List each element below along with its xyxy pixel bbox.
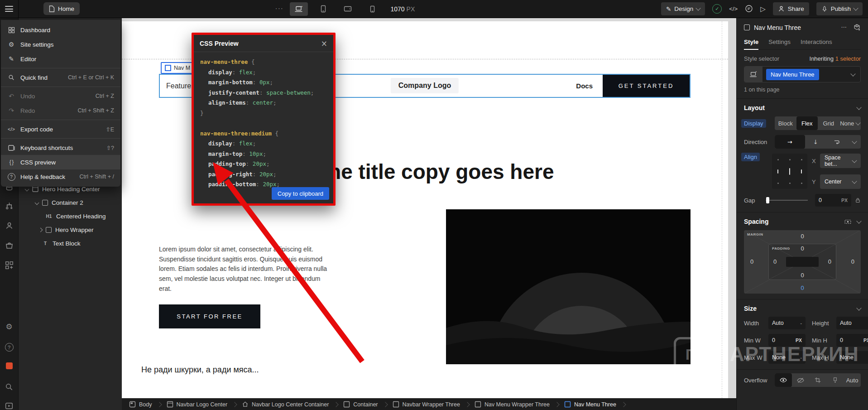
settings-gear-icon[interactable]: ⚙ — [0, 322, 18, 331]
tree-item-container-2[interactable]: Container 2 — [18, 196, 122, 209]
breadcrumb-item-nav-menu-wrapper-three[interactable]: Nav Menu Wrapper Three — [473, 401, 551, 408]
menu-item-quick-find[interactable]: Quick find Ctrl + E or Ctrl + K — [1, 70, 120, 85]
copy-to-clipboard-button[interactable]: Copy to clipboard — [272, 187, 329, 200]
direction-wrap-icon[interactable] — [826, 135, 848, 149]
menu-item-editor[interactable]: ✎ Editor — [1, 52, 120, 66]
margin-bottom-value[interactable]: 0 — [744, 285, 861, 291]
slider-handle[interactable] — [766, 197, 769, 203]
menu-item-undo[interactable]: ↶ Undo Ctrl + Z — [1, 89, 120, 103]
tab-style[interactable]: Style — [744, 39, 758, 45]
breadcrumb-item-body[interactable]: Body — [127, 401, 154, 408]
footnote-text[interactable]: Не ради шкурки, а ради мяса... — [141, 365, 259, 375]
share-button[interactable]: Share — [773, 2, 809, 15]
max-w-input[interactable]: None- — [768, 351, 806, 364]
display-label[interactable]: Display — [741, 119, 766, 128]
tree-item-text-block[interactable]: T Text Block — [18, 236, 122, 250]
breadcrumb-item-navbar-logo-center[interactable]: Navbar Logo Center — [165, 401, 230, 408]
comments-icon[interactable] — [745, 5, 753, 13]
more-breakpoints-icon[interactable]: ··· — [275, 5, 283, 12]
video-tutorials-icon[interactable] — [0, 402, 18, 410]
padding-top-value[interactable]: 0 — [769, 245, 836, 252]
nav-link-features[interactable]: Features — [166, 75, 195, 97]
breadcrumb-item-nav-menu-three[interactable]: Nav Menu Three — [562, 401, 618, 408]
canvas-width-readout[interactable]: 1070PX — [390, 5, 415, 13]
close-icon[interactable]: × — [321, 39, 327, 48]
menu-item-keyboard-shortcuts[interactable]: Keyboard shortcuts ⇧? — [1, 140, 120, 155]
overflow-auto-option[interactable]: Auto — [844, 373, 861, 387]
main-menu-icon[interactable] — [5, 6, 13, 12]
breakpoint-desktop-button[interactable]: * — [290, 2, 308, 16]
design-mode-dropdown[interactable]: ✎ Design — [661, 2, 705, 15]
breakpoint-mobile-button[interactable] — [363, 2, 381, 16]
style-selector-field[interactable]: * Nav Menu Three — [744, 66, 861, 82]
more-options-icon[interactable]: ··· — [841, 24, 847, 31]
display-option-none[interactable]: None — [839, 116, 861, 130]
company-logo[interactable]: Company Logo — [391, 78, 459, 93]
width-input[interactable]: Auto- — [768, 317, 806, 329]
display-option-fl ex[interactable]: Flex — [796, 116, 818, 130]
breadcrumb-item-navbar-wrapper-three[interactable]: Navbar Wrapper Three — [391, 401, 462, 408]
page-tab-home[interactable]: Home — [43, 2, 80, 15]
padding-left-value[interactable]: 0 — [773, 258, 777, 265]
overflow-clip-crop-icon[interactable] — [809, 373, 826, 387]
hero-paragraph[interactable]: Lorem ipsum dolor sit amet, consectetur … — [159, 245, 327, 294]
display-option-block[interactable]: Block — [775, 116, 796, 130]
margin-top-value[interactable]: 0 — [744, 233, 861, 240]
tab-settings[interactable]: Settings — [768, 39, 791, 45]
height-input[interactable]: Auto- — [836, 317, 868, 329]
justify-dropdown[interactable]: Space bet... — [820, 154, 861, 168]
spacing-mode-icon[interactable] — [844, 218, 852, 225]
tab-interactions[interactable]: Interactions — [801, 39, 832, 45]
menu-item-help-feedback[interactable]: ? Help & feedback Ctrl + Shift + / — [1, 169, 120, 184]
align-label[interactable]: Align — [741, 153, 760, 161]
preview-play-icon[interactable]: ▷ — [760, 5, 766, 13]
gap-slider[interactable] — [766, 200, 808, 201]
margin-left-value[interactable]: 0 — [750, 258, 753, 265]
menu-item-export-code[interactable]: </> Export code ⇧E — [1, 122, 120, 136]
saved-check-icon[interactable]: ✓ — [712, 4, 722, 14]
overflow-scroll-icon[interactable] — [826, 373, 844, 387]
caret-right-icon[interactable] — [38, 227, 43, 232]
padding-bottom-value[interactable]: 0 — [769, 272, 836, 279]
create-component-icon[interactable] — [853, 24, 861, 31]
chevron-down-icon[interactable] — [850, 71, 855, 76]
size-section-header[interactable]: Size — [744, 305, 861, 312]
padding-right-value[interactable]: 0 — [828, 258, 831, 265]
caret-down-icon[interactable] — [35, 200, 39, 205]
menu-item-dashboard[interactable]: Dashboard — [1, 23, 120, 37]
inherit-count[interactable]: 1 selector — [835, 55, 861, 62]
gap-input[interactable]: 0PX — [815, 194, 851, 207]
layout-section-header[interactable]: Layout — [744, 104, 861, 111]
logic-icon[interactable] — [0, 202, 18, 210]
hero-image[interactable] — [446, 209, 691, 364]
nav-link-docs[interactable]: Docs — [576, 75, 593, 97]
direction-more[interactable] — [848, 135, 861, 149]
ecommerce-icon[interactable] — [0, 241, 18, 250]
zoom-icon[interactable] — [0, 383, 18, 391]
selector-pill[interactable]: Nav Menu Three — [766, 69, 819, 80]
gap-lock-icon[interactable] — [855, 197, 861, 203]
min-w-input[interactable]: 0PX — [768, 334, 806, 347]
align-dropdown[interactable]: Center — [820, 174, 861, 189]
margin-right-value[interactable]: 0 — [851, 258, 854, 265]
users-icon[interactable] — [0, 222, 18, 230]
help-icon[interactable]: ? — [0, 343, 18, 352]
direction-vertical-icon[interactable]: ↓ — [805, 135, 827, 149]
min-h-input[interactable]: 0PX — [836, 334, 868, 347]
breadcrumb-item-container[interactable]: Container — [341, 401, 379, 408]
tree-item-hero-wrapper[interactable]: Hero Wrapper — [18, 223, 122, 236]
custom-code-icon[interactable]: </> — [729, 5, 738, 12]
display-option-grid[interactable]: Grid — [818, 116, 839, 130]
start-for-free-button[interactable]: START FOR FREE — [159, 304, 260, 328]
overflow-visible-eye-icon[interactable] — [775, 373, 792, 387]
overflow-hidden-eye-off-icon[interactable] — [792, 373, 809, 387]
menu-item-css-preview[interactable]: { } CSS preview — [1, 155, 120, 169]
menu-item-site-settings[interactable]: ⚙ Site settings — [1, 37, 120, 52]
apps-icon[interactable] — [0, 261, 18, 270]
breadcrumb-item-navbar-logo-center-container[interactable]: Navbar Logo Center Container — [240, 401, 331, 408]
menu-item-redo[interactable]: ↷ Redo Ctrl + Shift + Z — [1, 103, 120, 118]
caret-down-icon[interactable] — [25, 187, 29, 191]
get-started-button[interactable]: GET STARTED — [603, 75, 690, 97]
publish-button[interactable]: Publish — [816, 2, 863, 15]
tree-item-centered-heading[interactable]: H1 Centered Heading — [18, 209, 122, 223]
